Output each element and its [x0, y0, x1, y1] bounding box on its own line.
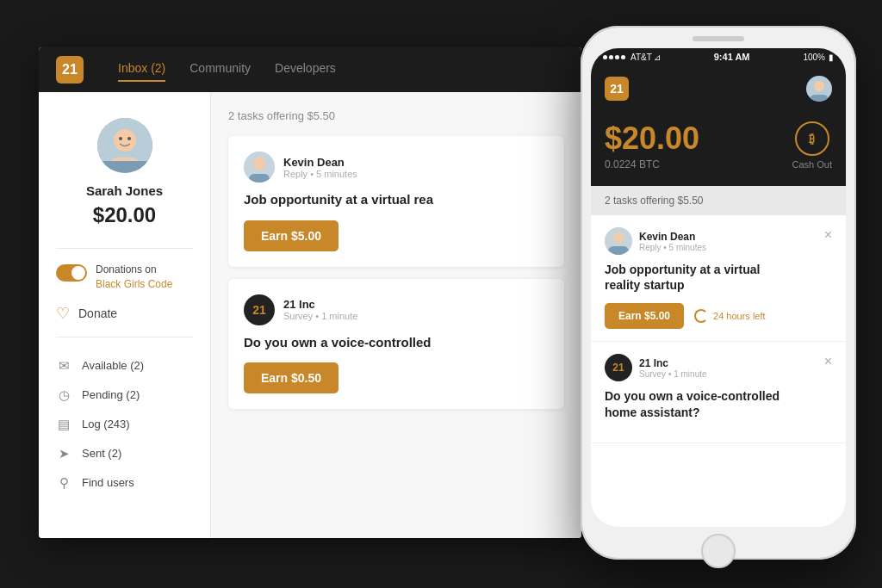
sender-meta-1: Reply • 5 minutes	[283, 169, 357, 179]
phone-balance-section: $20.00 0.0224 BTC ₿ Cash Out	[591, 112, 846, 186]
donate-row[interactable]: ♡ Donate	[56, 304, 193, 323]
svg-point-1	[114, 129, 136, 152]
sender-avatar-1	[244, 152, 275, 183]
phone-user-avatar	[806, 76, 832, 102]
nav-item-pending[interactable]: ◷ Pending (2)	[56, 381, 193, 410]
user-name: Sarah Jones	[56, 183, 193, 198]
nav-item-sent[interactable]: ➤ Sent (2)	[56, 439, 193, 468]
phone-time-left: 24 hours left	[694, 309, 766, 323]
nav-label-available: Available (2)	[82, 359, 144, 372]
cash-out-label: Cash Out	[792, 159, 832, 170]
task-card-1: Kevin Dean Reply • 5 minutes Job opportu…	[228, 136, 564, 267]
search-icon: ⚲	[56, 475, 71, 491]
app-body: Sarah Jones $20.00 Donations on Black Gi…	[39, 92, 581, 538]
envelope-icon: ✉	[56, 358, 71, 374]
svg-rect-8	[249, 174, 270, 183]
phone-sender-info-1: Kevin Dean Reply • 5 minutes	[639, 231, 706, 252]
phone-sender-meta-1: Reply • 5 minutes	[639, 243, 706, 252]
signal-dot-4	[621, 55, 625, 59]
sidebar: Sarah Jones $20.00 Donations on Black Gi…	[39, 92, 211, 538]
nav-label-sent: Sent (2)	[82, 447, 121, 460]
btc-circle-icon: ₿	[795, 121, 829, 156]
tab-developers[interactable]: Developers	[275, 61, 336, 78]
task-sender-1: Kevin Dean Reply • 5 minutes	[244, 152, 549, 183]
phone-task-sender-1: Kevin Dean Reply • 5 minutes	[605, 227, 832, 255]
donations-toggle[interactable]	[56, 264, 87, 282]
heart-icon: ♡	[56, 304, 70, 323]
phone-balance-btc: 0.0224 BTC	[605, 158, 699, 170]
status-wifi: ⊿	[654, 53, 661, 62]
svg-point-4	[127, 137, 131, 140]
phone-tasks-header: 2 tasks offering $5.50	[591, 186, 846, 215]
phone-speaker	[693, 36, 744, 41]
sender-meta-2: Survey • 1 minute	[283, 311, 357, 321]
avatar	[97, 118, 152, 173]
status-carrier: AT&T	[630, 53, 652, 62]
close-button-2[interactable]: ×	[824, 354, 832, 369]
battery-level: 100%	[803, 53, 825, 62]
divider	[56, 248, 193, 249]
task-card-2: 21 21 Inc Survey • 1 minute Do you own a…	[228, 279, 564, 410]
task-title-2: Do you own a voice-controlled	[244, 334, 549, 351]
svg-rect-5	[97, 161, 152, 173]
cash-out-button[interactable]: ₿ Cash Out	[792, 121, 832, 170]
phone-earn-button-1[interactable]: Earn $5.00	[605, 303, 684, 329]
phone-balance-amount: $20.00	[605, 121, 699, 157]
task-title-1: Job opportunity at a virtual rea	[244, 191, 549, 208]
phone-container: AT&T ⊿ 9:41 AM 100% ▮ 21	[581, 26, 856, 560]
phone-task-card-1: Kevin Dean Reply • 5 minutes × Job oppor…	[591, 215, 846, 342]
phone-task-actions-1: Earn $5.00 24 hours left	[605, 303, 832, 329]
nav-label-find: Find users	[82, 476, 134, 489]
nav-label-pending: Pending (2)	[82, 388, 140, 401]
phone-company-logo-2: 21	[605, 354, 632, 381]
clock-icon: ◷	[56, 387, 71, 403]
main-content: 2 tasks offering $5.50 Kevin Dean Reply …	[211, 92, 581, 538]
user-balance: $20.00	[56, 203, 193, 227]
svg-rect-14	[608, 246, 629, 255]
donations-link[interactable]: Black Girls Code	[96, 278, 172, 290]
list-icon: ▤	[56, 417, 71, 432]
donations-toggle-row: Donations on Black Girls Code	[56, 263, 193, 292]
signal-dot-3	[615, 55, 619, 59]
phone-logo: 21	[605, 77, 629, 101]
phone-frame: AT&T ⊿ 9:41 AM 100% ▮ 21	[581, 26, 856, 560]
sender-info-1: Kevin Dean Reply • 5 minutes	[283, 156, 357, 179]
phone-sender-avatar-1	[605, 227, 632, 255]
status-right: 100% ▮	[803, 53, 834, 62]
close-button-1[interactable]: ×	[824, 227, 832, 243]
svg-point-3	[119, 137, 122, 140]
tab-inbox[interactable]: Inbox (2)	[118, 61, 165, 78]
donations-text: Donations on Black Girls Code	[96, 263, 172, 292]
phone-status-bar: AT&T ⊿ 9:41 AM 100% ▮	[591, 48, 846, 65]
tab-community[interactable]: Community	[189, 61, 251, 78]
nav-item-log[interactable]: ▤ Log (243)	[56, 410, 193, 439]
nav-item-available[interactable]: ✉ Available (2)	[56, 351, 193, 381]
phone-app-header: 21	[591, 65, 846, 112]
app-header: 21 Inbox (2) Community Developers	[39, 47, 581, 92]
phone-sender-name-1: Kevin Dean	[639, 231, 706, 243]
donate-label: Donate	[78, 306, 117, 320]
nav-tabs: Inbox (2) Community Developers	[118, 61, 336, 78]
signal-dot-1	[603, 55, 607, 59]
earn-button-1[interactable]: Earn $5.00	[244, 220, 339, 251]
divider-2	[56, 337, 193, 337]
app-logo: 21	[56, 56, 84, 84]
earn-button-2[interactable]: Earn $0.50	[244, 362, 339, 393]
phone-home-button[interactable]	[701, 534, 736, 568]
status-time: 9:41 AM	[714, 52, 750, 62]
nav-label-log: Log (243)	[82, 418, 130, 430]
signal-dot-2	[609, 55, 613, 59]
phone-task-title-1: Job opportunity at a virtualreality star…	[605, 262, 832, 293]
svg-point-13	[613, 232, 624, 243]
time-left-label: 24 hours left	[713, 311, 766, 321]
phone-task-card-2: 21 21 Inc Survey • 1 minute × Do you own…	[591, 342, 846, 443]
send-icon: ➤	[56, 446, 71, 461]
sender-info-2: 21 Inc Survey • 1 minute	[283, 298, 357, 321]
nav-item-find[interactable]: ⚲ Find users	[56, 468, 193, 498]
toggle-knob	[71, 266, 85, 280]
sender-name-2: 21 Inc	[283, 298, 357, 311]
tasks-header: 2 tasks offering $5.50	[228, 109, 564, 122]
svg-point-7	[253, 158, 265, 170]
desktop-app: 21 Inbox (2) Community Developers S	[39, 47, 581, 538]
company-logo-2: 21	[244, 294, 275, 325]
